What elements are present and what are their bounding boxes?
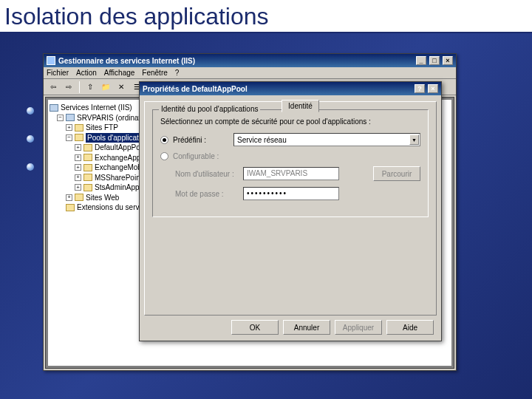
username-field: IWAM_SRVPARIS [243,167,339,180]
predefined-value: Service réseau [237,136,287,144]
browse-button: Parcourir [373,166,420,181]
tree-label: DefaultAppPoo [95,143,144,153]
apply-button[interactable]: Appliquer [335,320,382,335]
cancel-button[interactable]: Annuler [283,320,330,335]
pool-icon [83,174,92,181]
expand-icon[interactable]: + [75,174,81,181]
bullet-icon [27,135,34,143]
help-button[interactable]: Aide [386,320,434,335]
radio-configurable[interactable] [160,152,168,160]
tree-label: Sites FTP [86,123,118,133]
folder-icon[interactable]: 📁 [99,81,112,94]
bullet-icon [27,163,34,171]
radio-predefined-label: Prédéfini : [173,136,229,144]
dialog-button-row: OK Annuler Appliquer Aide [231,320,434,335]
identity-prompt: Sélectionnez un compte de sécurité pour … [160,117,420,126]
menu-file[interactable]: Fichier [47,69,69,77]
slide-title: Isolation des applications [0,0,532,33]
pool-icon [83,144,92,151]
iis-titlebar[interactable]: Gestionnaire des services Internet (IIS)… [44,54,456,67]
properties-dialog: Propriétés de DefaultAppPool ? × Recycla… [139,81,442,341]
menu-help[interactable]: ? [175,69,180,77]
minimize-button[interactable]: _ [416,56,426,65]
delete-icon[interactable]: ✕ [115,81,128,94]
folder-icon [75,194,83,201]
expand-icon[interactable]: + [75,144,81,151]
back-icon[interactable]: ⇦ [47,81,60,94]
expand-icon[interactable]: + [66,194,72,201]
folder-icon [66,204,75,211]
tree-label: Sites Web [86,193,119,203]
slide-bullets [27,107,34,191]
server-icon [66,114,75,121]
groupbox-legend: Identité du pool d'applications [159,105,260,113]
folder-icon [75,124,83,132]
computer-icon [50,104,58,112]
ok-button[interactable]: OK [231,320,279,335]
help-button-icon[interactable]: ? [415,84,425,93]
password-field: •••••••••• [243,187,339,200]
close-icon[interactable]: × [428,84,438,93]
pool-icon [83,164,92,171]
up-icon[interactable]: ⇧ [83,81,97,94]
collapse-icon[interactable]: − [66,134,72,141]
expand-icon[interactable]: + [66,124,72,131]
predefined-select[interactable]: Service réseau ▼ [233,133,420,146]
iis-app-icon [47,56,55,65]
password-label: Mot de passe : [175,190,239,198]
close-button[interactable]: × [443,56,453,65]
toolbar-separator [79,81,80,93]
expand-icon[interactable]: + [75,184,81,191]
forward-icon[interactable]: ⇨ [62,81,75,94]
tree-label: Services Internet (IIS) [61,103,132,113]
iis-menubar: Fichier Action Affichage Fenêtre ? [44,67,456,79]
radio-row-predefined: Prédéfini : Service réseau ▼ [160,133,420,146]
expand-icon[interactable]: + [75,164,81,171]
dialog-titlebar[interactable]: Propriétés de DefaultAppPool ? × [140,82,441,95]
folder-icon [75,134,83,141]
tab-panel-identity: Identité du pool d'applications Sélectio… [144,101,437,316]
expand-icon[interactable]: + [75,154,81,161]
dialog-title-text: Propriétés de DefaultAppPool [143,85,248,93]
collapse-icon[interactable]: − [57,115,64,121]
password-row: Mot de passe : •••••••••• [175,187,420,200]
username-label: Nom d'utilisateur : [175,170,239,178]
menu-window[interactable]: Fenêtre [142,69,167,77]
pool-icon [83,184,92,191]
user-row: Nom d'utilisateur : IWAM_SRVPARIS Parcou… [175,166,420,181]
bullet-icon [27,107,34,115]
tab-identity[interactable]: Identité [282,100,319,112]
pool-icon [83,154,92,161]
maximize-button[interactable]: □ [429,56,440,65]
iis-title-text: Gestionnaire des services Internet (IIS) [58,57,195,65]
radio-row-configurable: Configurable : [160,152,420,160]
chevron-down-icon[interactable]: ▼ [409,134,419,145]
identity-groupbox: Identité du pool d'applications Sélectio… [152,109,429,217]
radio-predefined[interactable] [160,136,168,144]
radio-configurable-label: Configurable : [173,152,219,160]
tree-label: Extensions du service [77,202,149,213]
menu-action[interactable]: Action [76,69,97,77]
menu-view[interactable]: Affichage [104,69,135,77]
